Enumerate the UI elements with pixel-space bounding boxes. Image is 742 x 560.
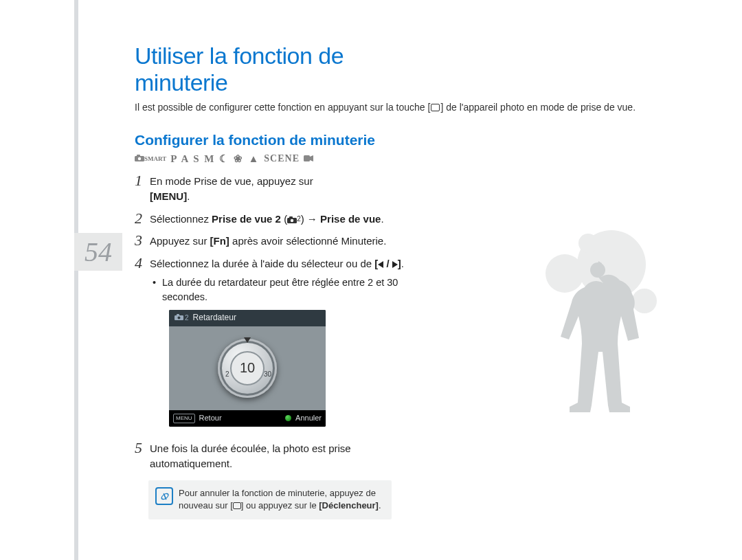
step-number: 5	[135, 440, 150, 456]
steps-list: 1 En mode Prise de vue, appuyez sur [MEN…	[135, 173, 423, 471]
lcd-annuler: Annuler	[295, 413, 322, 424]
info-note: ⦰ Pour annuler la fonction de minuterie,…	[148, 480, 392, 519]
note-b: ] ou appuyez sur le	[241, 500, 319, 511]
left-gutter	[74, 0, 78, 560]
intro-before: Il est possible de configurer cette fonc…	[135, 102, 430, 113]
night-mode-icon: ☾	[219, 153, 229, 165]
camera-lcd-preview: 2 Retardateur 2 30 10 MENU R	[169, 310, 326, 427]
lcd-camera-icon	[175, 313, 183, 324]
mode-letters: P A S M	[170, 153, 215, 165]
step1-a: En mode Prise de vue, appuyez sur	[150, 175, 313, 187]
timer-dial: 2 30 10	[218, 339, 277, 398]
step4-a: Sélectionnez la durée à l'aide du sélect…	[150, 258, 374, 269]
child-pointing-silhouette	[474, 227, 680, 488]
step-4: 4 Sélectionnez la durée à l'aide du séle…	[135, 256, 423, 434]
green-dot-icon	[285, 415, 291, 421]
step4-c: .	[401, 258, 404, 269]
step2-b2: Prise de vue	[320, 213, 381, 225]
dial-max: 30	[264, 370, 271, 380]
dial-min: 2	[225, 370, 229, 380]
section-heading: Configurer la fonction de minuterie	[135, 132, 423, 148]
scene-label: SCENE	[264, 153, 300, 164]
beauty-mode-icon: ❀	[234, 153, 244, 165]
step-number: 1	[135, 173, 150, 188]
info-icon: ⦰	[155, 487, 173, 505]
svg-rect-6	[137, 155, 140, 157]
lcd-retour: Retour	[199, 413, 222, 424]
video-mode-icon	[304, 153, 313, 164]
right-arrow-icon	[392, 261, 398, 268]
step4-bullet: La durée du retardateur peut être réglée…	[162, 276, 423, 304]
menu-chip: MENU	[173, 414, 195, 423]
dial-value: 10	[230, 351, 265, 385]
step3-b: après avoir sélectionné Minuterie.	[229, 235, 386, 247]
step2-b1: Prise de vue 2	[212, 213, 281, 225]
page-number-box: 54	[74, 233, 122, 271]
step1-menu: [MENU]	[150, 190, 187, 202]
step2-arrow: →	[304, 213, 320, 225]
smart-label: SMART	[144, 155, 166, 162]
mode-dial-symbols: SMART P A S M ☾ ❀ ▲ SCENE	[135, 153, 423, 165]
svg-rect-8	[304, 155, 310, 161]
svg-point-1	[546, 254, 584, 293]
lcd-titlebar: 2 Retardateur	[169, 310, 326, 326]
step-3: 3 Appuyez sur [Fn] après avoir sélection…	[135, 233, 423, 249]
step3-a: Appuyez sur	[150, 235, 210, 247]
svg-point-14	[178, 316, 181, 319]
step1-b: .	[187, 190, 190, 202]
note-c: .	[379, 500, 381, 511]
svg-point-7	[138, 157, 141, 160]
page-title: Utiliser la fonction de minuterie	[135, 43, 423, 96]
lcd-icon-num: 2	[185, 313, 189, 324]
step4-sep: /	[383, 258, 392, 269]
step2-a: Sélectionnez	[150, 213, 212, 225]
lcd-footer: MENU Retour Annuler	[169, 410, 326, 427]
svg-rect-10	[289, 216, 293, 219]
lcd-main: 2 30 10	[169, 326, 326, 410]
camera-menu-icon: 2	[287, 214, 301, 225]
smart-mode-icon	[135, 153, 144, 164]
page-number: 54	[85, 236, 112, 268]
step-number: 2	[135, 211, 150, 226]
step3-fn: [Fn]	[210, 235, 229, 247]
svg-point-0	[577, 230, 646, 299]
step5-text: Une fois la durée écoulée, la photo est …	[150, 440, 423, 471]
intro-text: Il est possible de configurer cette fonc…	[135, 102, 423, 113]
lcd-title: Retardateur	[193, 312, 236, 324]
intro-after: ] de l'appareil photo en mode de prise d…	[440, 102, 636, 113]
step-1: 1 En mode Prise de vue, appuyez sur [MEN…	[135, 173, 423, 204]
svg-point-11	[291, 219, 293, 221]
note-declencheur: [Déclencheur]	[319, 500, 379, 511]
display-button-icon	[431, 104, 440, 111]
step-number: 3	[135, 233, 150, 248]
svg-point-4	[590, 262, 605, 278]
svg-rect-13	[177, 314, 179, 316]
display-button-icon	[233, 502, 241, 509]
svg-point-3	[632, 289, 657, 313]
step-2: 2 Sélectionnez Prise de vue 2 (2) → Pris…	[135, 211, 423, 227]
step-5: 5 Une fois la durée écoulée, la photo es…	[135, 440, 423, 471]
step-number: 4	[135, 256, 150, 271]
step2-po: (	[281, 213, 287, 225]
svg-point-2	[578, 234, 598, 253]
step2-c: .	[381, 213, 383, 225]
landscape-mode-icon: ▲	[248, 153, 260, 165]
